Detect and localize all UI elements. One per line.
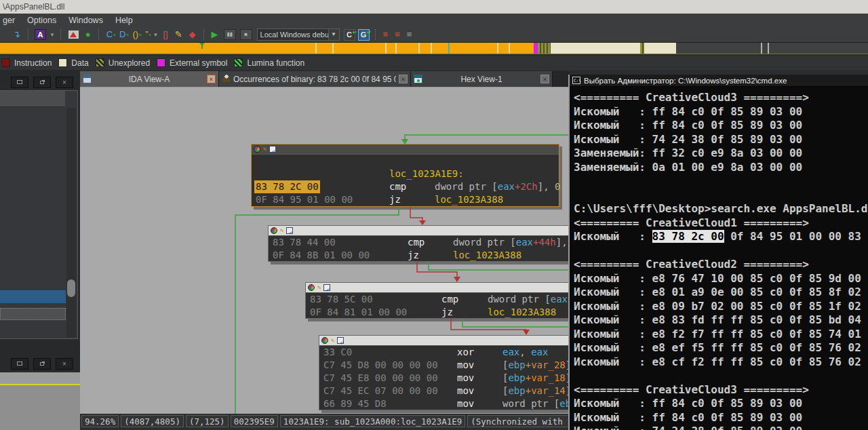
edit-pencil-icon[interactable]: ✎ xyxy=(263,146,267,153)
cmd-line xyxy=(574,174,868,189)
color-wheel-icon[interactable] xyxy=(271,227,277,234)
create-data-icon[interactable]: D+ xyxy=(119,28,125,41)
node-cmp-5ch[interactable]: ✎83 78 5C 00cmpdword ptr [eax+5Ch], 00F … xyxy=(305,282,570,319)
cmd-title-bar[interactable]: C:\ Выбрать Администратор: C:\Windows\sy… xyxy=(570,75,868,87)
tab-close-icon[interactable]: × xyxy=(399,75,408,83)
navband-segment-3 xyxy=(551,43,640,54)
toolbar-separator xyxy=(375,29,376,40)
cmd-line: Искомый : ff 84 c0 0f 85 89 03 00 xyxy=(574,105,868,119)
legend-swatch-3 xyxy=(157,58,165,67)
array-brackets-icon[interactable]: [] xyxy=(163,28,167,41)
record-icon[interactable]: ● xyxy=(85,28,91,41)
cmd-output[interactable]: <========= CreativeCloud3 =========>Иско… xyxy=(570,87,868,430)
dock1-restore-icon[interactable] xyxy=(11,77,28,88)
block-header[interactable]: ✎ xyxy=(319,336,570,346)
dock1-close-icon[interactable]: × xyxy=(56,77,73,88)
chart-icon[interactable] xyxy=(337,337,344,344)
attach-c-icon[interactable]: C xyxy=(344,29,355,41)
attach-g-icon[interactable]: G xyxy=(358,29,370,41)
cmd-window[interactable]: C:\ Выбрать Администратор: C:\Windows\sy… xyxy=(568,75,868,430)
node-xor-movs[interactable]: ✎33 C0xoreax, eaxC7 45 D8 00 00 00 00mov… xyxy=(319,335,570,410)
edit-pencil-icon[interactable]: ✎ xyxy=(317,284,321,291)
start-debugger-icon[interactable]: ▶ xyxy=(212,28,218,41)
create-code-icon[interactable]: C+ xyxy=(106,28,113,41)
window-title-bar[interactable]: \AppsPanelBL.dll xyxy=(0,0,868,14)
dock-scrollbar-thumb[interactable] xyxy=(67,279,75,297)
navband-position-marker xyxy=(201,43,203,49)
menu-item-debugger[interactable]: ger xyxy=(0,14,24,27)
breakpoint-diamond-icon[interactable]: ◆ xyxy=(189,28,196,41)
menu-item-windows[interactable]: Windows xyxy=(66,14,113,27)
toolbar-separator xyxy=(28,29,28,40)
tab-close-icon[interactable]: × xyxy=(207,75,216,83)
debugger-select[interactable]: Local Windows debugger▼ xyxy=(257,28,340,41)
navband-line-8 xyxy=(509,43,510,54)
navband-line-0 xyxy=(315,43,317,54)
cmd-line: Искомый : e8 83 fd ff ff 85 c0 0f 85 bd … xyxy=(574,313,868,328)
instruction-bytes: C7 45 D8 00 00 00 00 xyxy=(323,359,438,372)
dock-selected-row[interactable] xyxy=(0,290,66,303)
tab-ida-view-a[interactable]: IDA View-A× xyxy=(80,71,219,87)
navband-line-7 xyxy=(497,43,498,54)
chart-icon[interactable] xyxy=(269,146,276,153)
view-tabs: IDA View-A×Occurrences of binary: 83 78 … xyxy=(80,71,570,87)
block-header[interactable]: ✎ xyxy=(269,226,570,236)
cmd-text: Искомый : e8 cf f2 ff ff 85 c0 0f 85 76 … xyxy=(574,355,868,368)
dock-hatched-row[interactable] xyxy=(0,308,66,320)
jump-arrow-icon[interactable]: ↴ xyxy=(13,28,20,41)
debugger-select-arrow-icon[interactable]: ▼ xyxy=(328,29,339,40)
cmd-line: Искомый : ff 84 c0 0f 85 89 03 00 xyxy=(574,411,868,425)
tab-close-icon[interactable]: × xyxy=(540,75,549,83)
operand-part: +44h xyxy=(533,237,556,248)
dock2-restore-icon[interactable] xyxy=(11,358,28,370)
node-loc_1023A1E9[interactable]: ✎loc_1023A1E9:83 78 2C 00cmpdword ptr [e… xyxy=(251,144,559,207)
create-string-icon[interactable]: ”+ xyxy=(145,28,148,41)
color-wheel-icon[interactable] xyxy=(308,284,315,291)
dock2-float-icon[interactable] xyxy=(33,358,51,370)
color-wheel-icon[interactable] xyxy=(254,146,260,153)
tab-occurrences-of-binary-83[interactable]: Occurrences of binary: 83 78 2c 00 0f 84… xyxy=(219,71,411,87)
node-cmp-44h[interactable]: ✎83 78 44 00cmpdword ptr [eax+44h], 00F … xyxy=(268,225,570,262)
edit-pencil-icon[interactable]: ✎ xyxy=(175,28,182,41)
block-header[interactable]: ✎ xyxy=(306,283,570,293)
stop-debugger-icon[interactable]: ■ xyxy=(240,29,252,40)
block-code-row: C7 45 EC 07 00 00 00mov[ebp+var_14], 7 xyxy=(319,385,570,397)
status-segment-1: (4087,4805) xyxy=(121,415,184,427)
list-gray-icon[interactable]: ≡ xyxy=(407,28,412,41)
graph-edge-b2-false-red xyxy=(417,262,460,282)
text-color-dropdown-icon[interactable]: ▼ xyxy=(50,32,55,38)
toolbar-separator xyxy=(98,29,99,40)
list-red2-icon[interactable]: ≡ xyxy=(395,28,400,41)
list-red-icon[interactable]: ≡ xyxy=(383,28,389,41)
operand-part: dword ptr [ xyxy=(488,294,551,305)
create-struct-icon[interactable]: ()+ xyxy=(132,28,138,41)
graph-edge-b3-false-red xyxy=(451,319,530,335)
image-icon[interactable] xyxy=(68,30,79,39)
legend-label: External symbol xyxy=(170,58,227,68)
string-dropdown-icon[interactable]: ▼ xyxy=(153,32,158,38)
pause-debugger-icon[interactable]: ▮▮ xyxy=(224,29,236,40)
cmd-text: Искомый : ff 84 c0 0f 85 89 03 00 xyxy=(574,397,802,410)
navigation-band[interactable] xyxy=(0,42,868,54)
dock-scrollbar[interactable] xyxy=(66,108,76,337)
operand-part: ebp xyxy=(508,372,525,383)
chart-icon[interactable] xyxy=(286,227,293,234)
cmd-text: 0f 84 95 01 00 00 83 78 xyxy=(724,230,868,243)
legend-swatch-2 xyxy=(96,58,104,67)
text-color-icon[interactable]: A xyxy=(35,29,46,40)
block-header[interactable]: ✎ xyxy=(252,144,559,155)
color-wheel-icon[interactable] xyxy=(321,337,328,344)
menu-item-help[interactable]: Help xyxy=(113,14,142,27)
graph-view[interactable]: ✎loc_1023A1E9:83 78 2C 00cmpdword ptr [e… xyxy=(80,87,570,414)
edit-pencil-icon[interactable]: ✎ xyxy=(331,337,334,344)
view-window-icon xyxy=(83,75,92,83)
status-segment-3: 002395E9 xyxy=(231,415,278,427)
chart-icon[interactable] xyxy=(323,284,330,291)
tab-hex-view-1[interactable]: Hex View-1× xyxy=(411,71,553,87)
dock1-float-icon[interactable] xyxy=(33,77,51,88)
status-segment-0: 94.26% xyxy=(81,415,119,427)
dock2-close-icon[interactable]: × xyxy=(56,358,73,370)
menu-item-options[interactable]: Options xyxy=(24,14,66,27)
dock-panel-yellow-line xyxy=(0,384,80,385)
edit-pencil-icon[interactable]: ✎ xyxy=(280,227,283,234)
